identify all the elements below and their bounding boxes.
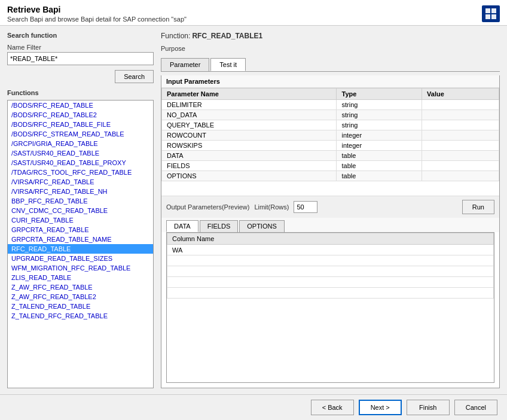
list-item[interactable]: /BODS/RFC_READ_TABLE_FILE [8, 120, 153, 129]
main-content: Search function Name Filter Search Funct… [0, 26, 507, 394]
params-header: Type [337, 89, 422, 100]
result-tab-data[interactable]: DATA [166, 220, 198, 232]
svg-rect-2 [485, 14, 490, 19]
list-item[interactable]: /BODS/RFC_STREAM_READ_TABLE [8, 129, 153, 139]
title-section: Retrieve Bapi Search Bapi and browse Bap… [7, 5, 187, 23]
tab-content: Input Parameters Parameter NameTypeValue… [161, 75, 500, 388]
table-row: OPTIONStable [162, 171, 499, 181]
limit-input[interactable] [294, 201, 317, 213]
result-table: Column NameWA [167, 233, 494, 299]
list-item[interactable]: GRPCRTA_READ_TABLE [8, 225, 153, 235]
page-title: Retrieve Bapi [7, 5, 187, 14]
result-tab-options[interactable]: OPTIONS [239, 220, 285, 232]
params-table: Parameter NameTypeValueDELIMITERstringNO… [161, 88, 499, 181]
table-row: QUERY_TABLEstring [162, 120, 499, 130]
list-item[interactable]: /VIRSA/RFC_READ_TABLE [8, 177, 153, 187]
function-label: Function: [161, 32, 190, 40]
list-item[interactable]: CNV_CDMC_CC_READ_TABLE [8, 206, 153, 215]
list-item[interactable]: GRPCRTA_READ_TABLE_NAME [8, 235, 153, 244]
back-button[interactable]: < Back [311, 400, 354, 415]
table-row: FIELDStable [162, 161, 499, 171]
functions-list[interactable]: /BODS/RFC_READ_TABLE/BODS/RFC_READ_TABLE… [7, 100, 154, 388]
params-header: Value [422, 89, 499, 100]
right-panel: Function: RFC_READ_TABLE1 Purpose Parame… [161, 32, 500, 388]
list-item[interactable]: Z_TALEND_READ_TABLE [8, 302, 153, 311]
table-row [167, 288, 494, 299]
name-filter-label: Name Filter [7, 44, 154, 51]
list-item[interactable]: CURI_READ_TABLE [8, 215, 153, 225]
table-row: WA [167, 245, 494, 255]
search-row: Search [7, 69, 154, 83]
params-header: Parameter Name [162, 89, 337, 100]
run-button[interactable]: Run [462, 200, 494, 214]
svg-rect-0 [485, 8, 490, 13]
tabs-bar: ParameterTest it [161, 58, 500, 72]
table-row: NO_DATAstring [162, 110, 499, 120]
next-button[interactable]: Next > [359, 400, 402, 415]
table-row: DATAtable [162, 151, 499, 161]
window: Retrieve Bapi Search Bapi and browse Bap… [0, 0, 507, 420]
list-item[interactable]: /VIRSA/RFC_READ_TABLE_NH [8, 187, 153, 196]
params-table-wrap[interactable]: Parameter NameTypeValueDELIMITERstringNO… [161, 88, 499, 196]
list-item[interactable]: WFM_MIGRATION_RFC_READ_TABLE [8, 263, 153, 273]
list-item[interactable]: Z_AW_RFC_READ_TABLE2 [8, 292, 153, 302]
result-tabs-bar: DATAFIELDSOPTIONS [161, 218, 499, 232]
list-item[interactable]: /GRCPI/GRIA_READ_TABLE [8, 139, 153, 148]
result-tab-fields[interactable]: FIELDS [200, 220, 239, 232]
left-panel: Search function Name Filter Search Funct… [7, 32, 154, 388]
list-item[interactable]: UPGRADE_READ_TABLE_SIZES [8, 254, 153, 263]
output-params-label: Output Parameters(Preview) [166, 203, 249, 211]
list-item[interactable]: RFC_READ_TABLE [8, 244, 153, 254]
list-item[interactable]: Z_AW_RFC_READ_TABLE [8, 282, 153, 292]
svg-rect-3 [491, 14, 496, 19]
limit-label: Limit(Rows) [254, 203, 289, 211]
cancel-button[interactable]: Cancel [454, 400, 497, 415]
list-item[interactable]: /TDAG/RCS_TOOL_RFC_READ_TABLE [8, 168, 153, 177]
table-row [167, 266, 494, 277]
list-item[interactable]: /BODS/RFC_READ_TABLE2 [8, 110, 153, 120]
table-row [167, 255, 494, 266]
subtitle: Search Bapi and browse Bapi detail for S… [7, 16, 187, 23]
table-row [167, 277, 494, 288]
search-function-label: Search function [7, 32, 154, 39]
search-button[interactable]: Search [115, 70, 154, 83]
table-row: DELIMITERstring [162, 100, 499, 110]
title-bar: Retrieve Bapi Search Bapi and browse Bap… [0, 0, 507, 26]
table-row: ROWCOUNTinteger [162, 130, 499, 141]
footer: < Back Next > Finish Cancel [0, 394, 507, 420]
list-item[interactable]: /BODS/RFC_READ_TABLE [8, 101, 153, 110]
tab-parameter[interactable]: Parameter [161, 58, 209, 71]
function-name: RFC_READ_TABLE1 [192, 32, 262, 40]
functions-label: Functions [7, 89, 154, 96]
list-item[interactable]: BBP_RFC_READ_TABLE [8, 196, 153, 206]
result-header: Column Name [167, 233, 494, 245]
result-table-wrap[interactable]: Column NameWA [166, 232, 494, 383]
purpose-label: Purpose [161, 45, 500, 52]
name-filter-row: Name Filter [7, 44, 154, 65]
list-item[interactable]: /SAST/USR40_READ_TABLE_PROXY [8, 158, 153, 168]
input-params-label: Input Parameters [161, 75, 499, 88]
table-row: ROWSKIPSinteger [162, 141, 499, 151]
finish-button[interactable]: Finish [407, 400, 450, 415]
list-item[interactable]: /SAST/USR40_READ_TABLE [8, 148, 153, 158]
bapi-icon [482, 5, 500, 22]
name-filter-input[interactable] [7, 52, 154, 65]
tab-test-it[interactable]: Test it [210, 58, 246, 71]
function-header: Function: RFC_READ_TABLE1 [161, 32, 500, 40]
output-params-row: Output Parameters(Preview) Limit(Rows) R… [161, 196, 499, 218]
list-item[interactable]: Z_TALEND_RFC_READ_TABLE [8, 311, 153, 321]
svg-rect-1 [491, 8, 496, 13]
list-item[interactable]: ZLIS_READ_TABLE [8, 273, 153, 282]
